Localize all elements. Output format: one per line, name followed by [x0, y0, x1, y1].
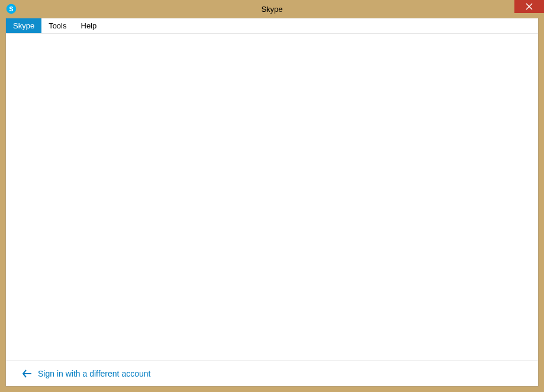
- arrow-left-icon: [22, 369, 32, 378]
- sign-in-different-account-link[interactable]: Sign in with a different account: [22, 369, 150, 378]
- window-title: Skype: [0, 5, 544, 14]
- sign-in-different-account-label: Sign in with a different account: [38, 369, 150, 378]
- menu-skype[interactable]: Skype: [6, 18, 41, 33]
- svg-text:S: S: [9, 5, 13, 12]
- window-body: Skype Tools Help Sign in with a differen…: [5, 18, 539, 387]
- footer: Sign in with a different account: [6, 360, 538, 386]
- menu-tools[interactable]: Tools: [41, 18, 73, 33]
- titlebar: S Skype: [0, 0, 544, 18]
- content-area: [6, 34, 538, 360]
- skype-icon: S: [6, 4, 17, 14]
- menu-help[interactable]: Help: [74, 18, 104, 33]
- close-icon: [526, 3, 533, 10]
- menubar: Skype Tools Help: [6, 18, 538, 34]
- close-button[interactable]: [514, 0, 544, 13]
